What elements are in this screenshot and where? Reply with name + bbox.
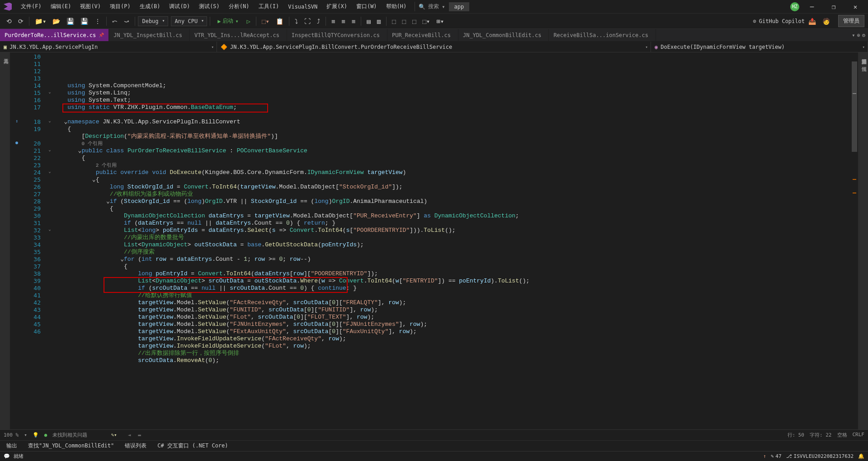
- menu-debug[interactable]: 调试(D): [165, 1, 194, 12]
- output-tab[interactable]: 输出: [4, 441, 20, 451]
- menu-edit[interactable]: 编辑(E): [46, 1, 76, 12]
- code-line[interactable]: targetView.InvokeFieldUpdateService("FLo…: [53, 343, 851, 350]
- undo-button[interactable]: ⤺: [109, 16, 120, 27]
- code-line[interactable]: using System.Text;: [53, 97, 851, 104]
- vertical-scrollbar[interactable]: [851, 52, 858, 429]
- start-nodebug-button[interactable]: ▷: [244, 16, 253, 27]
- menu-tools[interactable]: 工具(I): [254, 1, 284, 12]
- code-line[interactable]: List<long> poEntryIds = dataEntrys.Selec…: [53, 227, 851, 234]
- tb-misc-5[interactable]: ⊞▾: [434, 16, 447, 27]
- menu-build[interactable]: 生成(B): [135, 1, 165, 12]
- document-tab[interactable]: JN_YDL_InspectBill.cs: [109, 29, 190, 41]
- nav-class-dropdown[interactable]: 🔶 JN.K3.YDL.App.ServicePlugIn.BillConver…: [217, 42, 651, 52]
- code-line[interactable]: targetView.Model.SetValue("FActReceiveQt…: [53, 299, 851, 306]
- code-line[interactable]: targetView.InvokeFieldUpdateService("FAc…: [53, 335, 851, 343]
- code-line[interactable]: //收料组织为溢多利或动物药业: [53, 191, 851, 198]
- title-search[interactable]: 🔍 搜索 ▾: [415, 2, 448, 11]
- tb-icon-2[interactable]: 📋: [273, 16, 286, 27]
- start-debug-button[interactable]: ▶ 启动 ▾: [213, 16, 243, 26]
- menu-visualsvn[interactable]: VisualSVN: [283, 2, 322, 12]
- indent-mode[interactable]: 空格: [837, 432, 847, 438]
- menu-extensions[interactable]: 扩展(X): [322, 1, 352, 12]
- code-line[interactable]: ⌄{: [53, 176, 851, 183]
- menu-analyze[interactable]: 分析(N): [224, 1, 254, 12]
- csharp-interactive-tab[interactable]: C# 交互窗口 (.NET Core): [155, 441, 231, 451]
- notification-bell-icon[interactable]: 🔔: [858, 453, 864, 459]
- tb-misc-2[interactable]: ⬚: [400, 16, 409, 27]
- fold-gutter[interactable]: ⌄⌄⌄⌄⌄: [46, 52, 53, 429]
- menu-help[interactable]: 帮助(H): [382, 1, 411, 12]
- nav-fwd-button[interactable]: ⟳: [15, 16, 26, 27]
- save-button[interactable]: 💾: [64, 16, 77, 27]
- code-line[interactable]: {: [53, 205, 851, 212]
- zoom-level[interactable]: 100 %: [4, 432, 19, 438]
- code-line[interactable]: List<DynamicObject> srcOutData = outStoc…: [53, 278, 851, 285]
- right-tool-strip[interactable]: 解决方案资源管理器 属性: [858, 52, 868, 429]
- code-line[interactable]: using static VTR.ZHX.Plugin.Common.BaseD…: [53, 104, 851, 111]
- pin-icon[interactable]: 📌: [99, 33, 104, 38]
- tb-misc-3[interactable]: ⬚: [410, 16, 419, 27]
- code-line[interactable]: srcOutData.RemoveAt(0);: [53, 357, 851, 364]
- code-line[interactable]: if (srcOutData == null || srcOutData.Cou…: [53, 285, 851, 292]
- code-line[interactable]: {: [53, 263, 851, 270]
- feedback-button[interactable]: 🧑: [820, 16, 833, 27]
- code-line[interactable]: //倒序搜索: [53, 249, 851, 256]
- tb-misc-1[interactable]: ⬚: [389, 16, 398, 27]
- menu-window[interactable]: 窗口(W): [352, 1, 382, 12]
- code-line[interactable]: using System.Linq;: [53, 89, 851, 97]
- line-ending[interactable]: CRLF: [853, 432, 865, 438]
- code-line[interactable]: using System.ComponentModel;: [53, 82, 851, 89]
- pen-icon[interactable]: ✎▾: [111, 432, 117, 438]
- tb-misc-4[interactable]: ⬚▾: [420, 16, 433, 27]
- code-line[interactable]: 0 个引用: [53, 140, 851, 147]
- tb-step-2[interactable]: ⛶: [302, 16, 313, 27]
- left-tool-strip[interactable]: 工具箱: [0, 52, 10, 429]
- new-project-button[interactable]: 📁▾: [32, 16, 49, 27]
- nav-back-button[interactable]: ⟲: [4, 16, 14, 27]
- open-button[interactable]: 📂: [50, 16, 63, 27]
- code-line[interactable]: targetView.Model.SetValue("FJNUnitEnzyme…: [53, 321, 851, 328]
- copilot-button[interactable]: ⊙ GitHub Copilot: [753, 18, 805, 24]
- find-results-tab[interactable]: 查找"JN_YDL_CommonBillEdit": [25, 441, 117, 451]
- code-line[interactable]: 2 个引用: [53, 162, 851, 169]
- code-line[interactable]: ⌄if (StockOrgId_id == (long)OrgID.VTR ||…: [53, 198, 851, 205]
- tab-add-button[interactable]: ⊕: [857, 32, 860, 38]
- code-line[interactable]: ⌄namespace JN.K3.YDL.App.ServicePlugIn.B…: [53, 118, 851, 126]
- lightbulb-icon[interactable]: 💡: [33, 432, 39, 438]
- tb-step-1[interactable]: ⤵: [292, 16, 301, 27]
- code-line[interactable]: {: [53, 126, 851, 133]
- tab-overflow-button[interactable]: ▾: [852, 32, 855, 38]
- error-list-tab[interactable]: 错误列表: [122, 441, 149, 451]
- code-editor[interactable]: using System.ComponentModel; using Syste…: [53, 52, 851, 429]
- nav-namespace-dropdown[interactable]: ▣ JN.K3.YDL.App.ServicePlugIn: [0, 42, 217, 52]
- tb-indent-3[interactable]: ≡: [349, 16, 358, 27]
- share-button[interactable]: 📤: [806, 16, 819, 27]
- code-line[interactable]: ⌄public class PurOrderToReceiveBillServi…: [53, 147, 851, 155]
- document-tab[interactable]: PurOrderToRe...illService.cs📌: [0, 29, 109, 41]
- code-line[interactable]: {: [53, 155, 851, 162]
- redo-button[interactable]: ⤻: [121, 16, 132, 27]
- code-line[interactable]: //内蒙出库的数量批号: [53, 234, 851, 241]
- changes-status[interactable]: ✎ 47: [771, 453, 782, 459]
- tb-uncomment[interactable]: ▥: [374, 16, 383, 27]
- code-line[interactable]: targetView.Model.SetValue("FExtAuxUnitQt…: [53, 328, 851, 335]
- code-line[interactable]: //给默认携带行赋值: [53, 292, 851, 299]
- tb-indent-1[interactable]: ≡: [329, 16, 338, 27]
- document-tab[interactable]: JN_YDL_CommonBillEdit.cs: [458, 29, 549, 41]
- code-line[interactable]: //出库数据排除第一行，按照序号倒排: [53, 350, 851, 357]
- minimize-button[interactable]: ─: [803, 0, 821, 13]
- scroll-thumb[interactable]: [852, 61, 857, 152]
- tab-settings-button[interactable]: ⚙: [862, 32, 865, 38]
- code-line[interactable]: ⌄for (int row = dataEntrys.Count - 1; ro…: [53, 256, 851, 263]
- avatar[interactable]: HZ: [790, 2, 799, 11]
- menu-file[interactable]: 文件(F): [16, 1, 46, 12]
- workspace-status[interactable]: ⎇ ISVVLEU2022082317632: [786, 453, 854, 459]
- code-line[interactable]: long StockOrgId_id = Convert.ToInt64(tar…: [53, 183, 851, 191]
- source-control-status[interactable]: ↑: [763, 453, 766, 459]
- menu-view[interactable]: 视图(V): [75, 1, 105, 12]
- code-line[interactable]: List<DynamicObject> outStockData = base.…: [53, 241, 851, 249]
- tb-step-3[interactable]: ⤴: [314, 16, 323, 27]
- issues-label[interactable]: 未找到相关问题: [52, 432, 87, 438]
- document-tab[interactable]: InspectBillQTYConversion.cs: [287, 29, 387, 41]
- config-dropdown[interactable]: Debug: [138, 16, 168, 26]
